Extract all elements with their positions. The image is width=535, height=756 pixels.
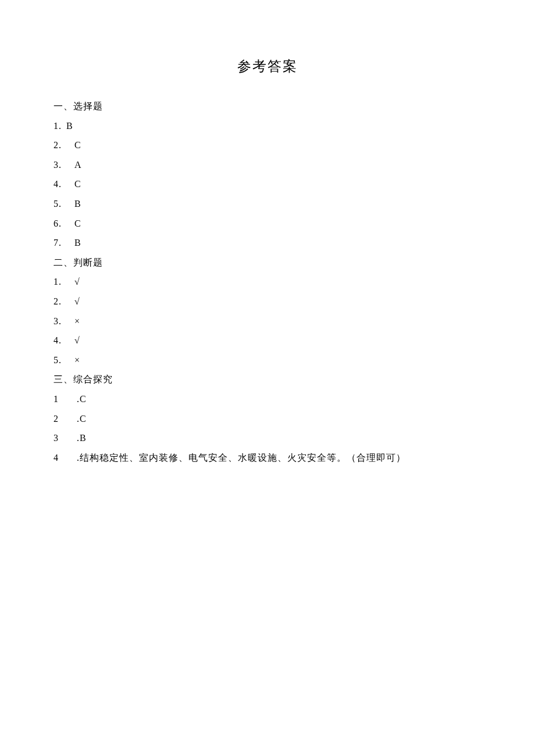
answer-value: B xyxy=(66,121,73,131)
answer-num: 3. xyxy=(54,311,66,331)
answer-2-3: 3.× xyxy=(54,311,482,331)
answer-num: 1. xyxy=(54,116,66,136)
answer-value: × xyxy=(74,316,80,326)
answer-3-4: 4.结构稳定性、室内装修、电气安全、水暖设施、火灾安全等。（合理即可） xyxy=(54,448,482,468)
answer-num: 5. xyxy=(54,194,66,214)
answer-num: 2. xyxy=(54,135,66,155)
answer-1-2: 2.C xyxy=(54,135,482,155)
answer-2-4: 4.√ xyxy=(54,331,482,350)
answer-value: .C xyxy=(77,414,87,424)
answer-value: C xyxy=(74,179,81,189)
answer-1-1: 1.B xyxy=(54,116,482,136)
answer-value: C xyxy=(74,218,81,228)
section-2: 二、判断题 1.√ 2.√ 3.× 4.√ 5.× xyxy=(54,253,482,370)
answer-1-6: 6.C xyxy=(54,214,482,234)
answer-num: 4. xyxy=(54,331,66,350)
answer-3-1: 1.C xyxy=(54,389,482,409)
answer-num: 5. xyxy=(54,350,66,370)
answer-1-4: 4.C xyxy=(54,174,482,194)
answer-2-2: 2.√ xyxy=(54,292,482,311)
answer-value: C xyxy=(74,140,81,150)
answer-value: .C xyxy=(77,394,87,404)
answer-num: 6. xyxy=(54,214,66,234)
answer-value: × xyxy=(74,355,80,365)
answer-num: 3 xyxy=(54,428,66,448)
answer-3-2: 2.C xyxy=(54,409,482,429)
answer-value: √ xyxy=(74,277,80,286)
answer-3-3: 3.B xyxy=(54,428,482,448)
answer-value: √ xyxy=(74,296,80,306)
answer-value: .B xyxy=(77,433,87,443)
answer-num: 1 xyxy=(54,389,66,409)
answer-num: 3. xyxy=(54,155,66,175)
section-1: 一、选择题 1.B 2.C 3.A 4.C 5.B 6.C 7.B xyxy=(54,96,482,253)
answer-value: A xyxy=(74,160,82,170)
page-title: 参考答案 xyxy=(54,57,482,76)
answer-value: B xyxy=(74,199,81,209)
answer-1-7: 7.B xyxy=(54,233,482,253)
answer-2-5: 5.× xyxy=(54,350,482,370)
section-3: 三、综合探究 1.C 2.C 3.B 4.结构稳定性、室内装修、电气安全、水暖设… xyxy=(54,370,482,467)
answer-1-3: 3.A xyxy=(54,155,482,175)
section-1-header: 一、选择题 xyxy=(54,96,482,116)
section-3-header: 三、综合探究 xyxy=(54,370,482,389)
answer-2-1: 1.√ xyxy=(54,272,482,292)
answer-value: .结构稳定性、室内装修、电气安全、水暖设施、火灾安全等。（合理即可） xyxy=(77,453,406,463)
answer-num: 2. xyxy=(54,292,66,311)
answer-num: 1. xyxy=(54,272,66,292)
answer-value: √ xyxy=(74,335,80,345)
answer-num: 7. xyxy=(54,233,66,253)
answer-num: 2 xyxy=(54,409,66,429)
answer-value: B xyxy=(74,238,81,248)
answer-num: 4 xyxy=(54,448,66,468)
section-2-header: 二、判断题 xyxy=(54,253,482,273)
answer-1-5: 5.B xyxy=(54,194,482,214)
answer-num: 4. xyxy=(54,174,66,194)
